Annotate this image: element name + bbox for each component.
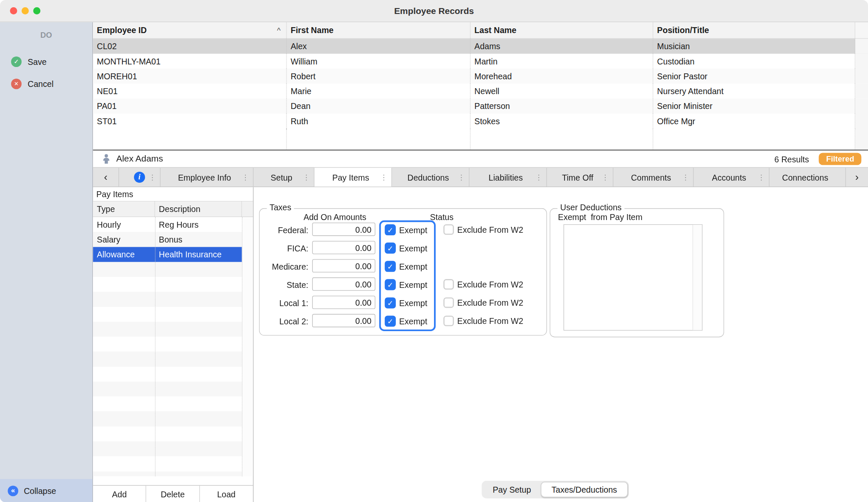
- table-scrollbar-header: [855, 22, 868, 38]
- tab-comments[interactable]: Comments: [613, 168, 693, 187]
- tab-deductions[interactable]: Deductions: [392, 168, 470, 187]
- medicare-amount-input[interactable]: [312, 259, 376, 272]
- local1-exempt-checkbox[interactable]: Exempt: [385, 297, 427, 308]
- tab-menu-dots-icon[interactable]: [602, 173, 609, 181]
- collapse-chevrons-icon: [8, 485, 18, 496]
- pay-item-row[interactable]: Hourly Reg Hours: [93, 217, 242, 232]
- column-header-first-name[interactable]: First Name: [287, 22, 471, 38]
- state-exclude-w2-checkbox[interactable]: Exclude From W2: [443, 279, 523, 290]
- add-button[interactable]: Add: [93, 485, 146, 502]
- zoom-window-button[interactable]: [33, 7, 40, 14]
- tab-liabilities[interactable]: Liabilities: [470, 168, 547, 187]
- minimize-window-button[interactable]: [22, 7, 29, 14]
- pay-setup-tab[interactable]: Pay Setup: [483, 482, 541, 497]
- status-header: Status: [409, 212, 475, 221]
- tab-menu-dots-icon[interactable]: [758, 173, 765, 181]
- user-deductions-group-label: User Deductions: [557, 203, 624, 212]
- checked-checkbox-icon: [385, 224, 396, 235]
- window-titlebar: Employee Records: [0, 0, 868, 22]
- user-deductions-group: User Deductions Exempt from Pay Item: [550, 208, 724, 337]
- unchecked-checkbox-icon: [443, 315, 454, 326]
- tab-menu-dots-icon[interactable]: [303, 173, 310, 181]
- cancel-label: Cancel: [28, 79, 53, 88]
- column-header-position-title[interactable]: Position/Title: [653, 22, 855, 38]
- tab-menu-dots-icon[interactable]: [458, 173, 465, 181]
- user-deductions-scrollbar[interactable]: [693, 225, 702, 330]
- table-row[interactable]: ST01 Ruth Stokes Office Mgr: [93, 114, 868, 128]
- tab-employee-info[interactable]: Employee Info: [161, 168, 253, 187]
- tab-info[interactable]: i: [119, 168, 161, 187]
- table-row[interactable]: NE01 Marie Newell Nursery Attendant: [93, 84, 868, 98]
- table-scrollbar[interactable]: [855, 114, 868, 128]
- exempt-from-pay-item-list[interactable]: [564, 224, 703, 331]
- tab-time-off[interactable]: Time Off: [547, 168, 613, 187]
- add-on-amounts-header: Add On Amounts: [291, 212, 379, 221]
- pay-items-scrollbar-header: [242, 201, 253, 216]
- employee-table-header: Employee ID First Name Last Name Positio…: [93, 22, 868, 39]
- app-window: Employee Records DO Save Cancel Collapse: [0, 0, 868, 502]
- table-row[interactable]: MONTHLY-MA01 William Martin Custodian: [93, 54, 868, 69]
- pay-items-rows: Hourly Reg Hours Salary Bonus Allowance …: [93, 217, 242, 476]
- column-header-last-name[interactable]: Last Name: [470, 22, 653, 38]
- local2-amount-input[interactable]: [312, 314, 376, 327]
- fica-amount-input[interactable]: [312, 241, 376, 254]
- pay-item-row-selected[interactable]: Allowance Health Insurance: [93, 247, 242, 262]
- federal-exclude-w2-checkbox[interactable]: Exclude From W2: [443, 224, 523, 235]
- tab-bar: ‹ i Employee Info Setup Pay Items: [93, 168, 868, 187]
- fica-exempt-checkbox[interactable]: Exempt: [385, 243, 427, 254]
- table-scrollbar[interactable]: [855, 54, 868, 69]
- federal-exempt-checkbox[interactable]: Exempt: [385, 224, 427, 235]
- load-button[interactable]: Load: [200, 485, 253, 502]
- tab-setup[interactable]: Setup: [253, 168, 314, 187]
- column-header-description[interactable]: Description: [155, 201, 242, 216]
- collapse-button[interactable]: Collapse: [0, 479, 92, 502]
- delete-button[interactable]: Delete: [146, 485, 200, 502]
- filtered-badge[interactable]: Filtered: [819, 153, 861, 165]
- column-header-type[interactable]: Type: [93, 201, 155, 216]
- table-row[interactable]: MOREH01 Robert Morehead Senior Pastor: [93, 69, 868, 84]
- tab-menu-dots-icon[interactable]: [380, 173, 387, 181]
- record-bar: Alex Adams 6 Results Filtered: [93, 150, 868, 168]
- pay-item-detail-area: Taxes Add On Amounts Status Federal: Exe…: [253, 187, 868, 502]
- tabs-scroll-left-button[interactable]: ‹: [93, 168, 119, 187]
- tab-accounts[interactable]: Accounts: [694, 168, 770, 187]
- federal-amount-input[interactable]: [312, 223, 376, 236]
- table-scrollbar[interactable]: [855, 69, 868, 84]
- column-header-employee-id[interactable]: Employee ID: [93, 22, 287, 38]
- taxes-deductions-tab[interactable]: Taxes/Deductions: [541, 482, 627, 497]
- table-scrollbar[interactable]: [855, 39, 868, 53]
- local1-amount-input[interactable]: [312, 296, 376, 309]
- tab-menu-dots-icon[interactable]: [682, 173, 689, 181]
- employee-table: Employee ID First Name Last Name Positio…: [93, 22, 868, 149]
- pay-items-list: Hourly Reg Hours Salary Bonus Allowance …: [93, 217, 253, 476]
- tax-row-medicare: Medicare: Exempt: [260, 259, 547, 273]
- tab-pay-items[interactable]: Pay Items: [314, 168, 392, 187]
- tab-menu-dots-icon[interactable]: [149, 173, 156, 181]
- close-window-button[interactable]: [10, 7, 17, 14]
- local1-exclude-w2-checkbox[interactable]: Exclude From W2: [443, 297, 523, 308]
- save-button[interactable]: Save: [0, 50, 92, 73]
- tab-menu-dots-icon[interactable]: [242, 173, 249, 181]
- tax-row-local-2: Local 2: Exempt Exclude From W2: [260, 314, 547, 329]
- checked-checkbox-icon: [385, 243, 396, 254]
- pay-items-scrollbar[interactable]: [242, 217, 253, 476]
- table-row[interactable]: PA01 Dean Patterson Senior Minister: [93, 98, 868, 113]
- tab-menu-dots-icon[interactable]: [535, 173, 542, 181]
- cancel-button[interactable]: Cancel: [0, 73, 92, 95]
- taxes-group: Taxes Add On Amounts Status Federal: Exe…: [259, 208, 547, 335]
- tax-row-fica: FICA: Exempt: [260, 241, 547, 255]
- state-amount-input[interactable]: [312, 277, 376, 290]
- table-row[interactable]: CL02 Alex Adams Musician: [93, 39, 868, 53]
- selected-employee-name: Alex Adams: [116, 154, 163, 164]
- medicare-exempt-checkbox[interactable]: Exempt: [385, 261, 427, 272]
- state-exempt-checkbox[interactable]: Exempt: [385, 279, 427, 290]
- sidebar-spacer: [0, 95, 92, 479]
- tab-connections[interactable]: Connections: [770, 168, 846, 187]
- table-scrollbar[interactable]: [855, 84, 868, 98]
- local2-exempt-checkbox[interactable]: Exempt: [385, 315, 427, 326]
- local2-exclude-w2-checkbox[interactable]: Exclude From W2: [443, 315, 523, 326]
- pay-items-buttons: Add Delete Load: [93, 485, 253, 502]
- pay-item-row[interactable]: Salary Bonus: [93, 232, 242, 247]
- table-scrollbar[interactable]: [855, 98, 868, 113]
- tabs-scroll-right-button[interactable]: ›: [846, 168, 868, 187]
